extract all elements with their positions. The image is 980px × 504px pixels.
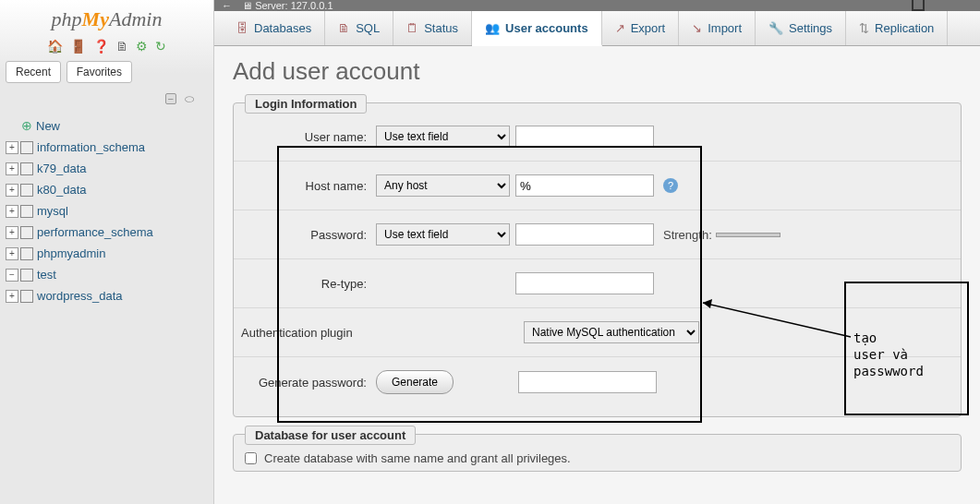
- server-icon: 🖥: [242, 0, 252, 11]
- db-icon: [20, 247, 33, 260]
- tree-item[interactable]: +wordpress_data: [2, 285, 212, 306]
- strength-bar: [716, 233, 780, 237]
- auth-label: Authentication plugin: [237, 326, 524, 340]
- retype-label: Re-type:: [237, 277, 376, 291]
- strength-label: Strength:: [663, 228, 712, 242]
- db-icon: [20, 269, 33, 282]
- create-db-checkbox[interactable]: [245, 452, 257, 464]
- db-icon: [20, 205, 33, 218]
- tree-item[interactable]: +performance_schema: [2, 222, 212, 243]
- database-icon: 🗄: [236, 21, 248, 35]
- db-tree: ⊕ New +information_schema +k79_data +k80…: [0, 111, 213, 310]
- tab-replication[interactable]: ⇅Replication: [846, 11, 948, 45]
- tab-sql[interactable]: 🗎SQL: [325, 11, 393, 45]
- username-label: User name:: [237, 130, 376, 144]
- replication-icon: ⇅: [859, 21, 869, 35]
- home-icon[interactable]: 🏠: [47, 39, 63, 54]
- row-hostname: Host name: Any host ?: [234, 162, 961, 210]
- page-title: Add user account: [233, 57, 962, 86]
- tree-new[interactable]: ⊕ New: [2, 114, 212, 137]
- sql-icon: 🗎: [338, 21, 350, 35]
- username-type-select[interactable]: Use text field: [376, 126, 510, 148]
- password-label: Password:: [237, 228, 376, 242]
- hostname-input[interactable]: [515, 174, 654, 197]
- logo[interactable]: phpMyAdmin: [0, 0, 213, 35]
- retype-input[interactable]: [515, 272, 654, 294]
- tree-item[interactable]: +information_schema: [2, 137, 212, 158]
- sidebar-toolbar: 🏠 🚪 ❓ 🗎 ⚙ ↻: [0, 35, 213, 57]
- password-input[interactable]: [515, 223, 654, 246]
- row-password: Password: Use text field Strength:: [234, 210, 961, 259]
- generate-button[interactable]: Generate: [376, 370, 454, 394]
- sidebar: phpMyAdmin 🏠 🚪 ❓ 🗎 ⚙ ↻ Recent Favorites …: [0, 0, 214, 504]
- db-icon: [20, 184, 33, 197]
- tab-databases[interactable]: 🗄Databases: [224, 11, 325, 45]
- link-icon[interactable]: ⬭: [185, 92, 194, 105]
- docs-icon[interactable]: ❓: [93, 39, 109, 54]
- create-db-row: Create database with same name and grant…: [245, 451, 950, 465]
- password-type-select[interactable]: Use text field: [376, 223, 510, 246]
- tree-item[interactable]: +phpmyadmin: [2, 243, 212, 264]
- window-icon[interactable]: [912, 0, 925, 11]
- tree-item[interactable]: +k80_data: [2, 179, 212, 200]
- expand-icon[interactable]: +: [6, 226, 18, 239]
- settings-icon[interactable]: ⚙: [136, 39, 148, 54]
- new-icon: ⊕: [21, 118, 32, 133]
- status-icon: 🗒: [406, 21, 418, 35]
- tab-settings[interactable]: 🔧Settings: [756, 11, 846, 45]
- db-user-fieldset: Database for user account Create databas…: [233, 434, 962, 472]
- tree-new-label: New: [36, 119, 60, 133]
- tab-user-accounts[interactable]: 👥User accounts: [472, 11, 602, 46]
- topbar: ← 🖥 Server: 127.0.0.1: [214, 0, 980, 11]
- auth-plugin-select[interactable]: Native MySQL authentication: [524, 321, 699, 343]
- expand-icon[interactable]: +: [6, 247, 18, 260]
- collapse-all-icon[interactable]: −: [165, 93, 176, 104]
- expand-icon[interactable]: +: [6, 162, 18, 175]
- reload-icon[interactable]: ↻: [155, 39, 166, 54]
- db-icon: [20, 290, 33, 303]
- generate-label: Generate password:: [237, 376, 376, 390]
- hostname-label: Host name:: [237, 179, 376, 193]
- users-icon: 👥: [485, 21, 500, 35]
- annotation-note: tạo user và passwword: [844, 282, 969, 415]
- expand-icon[interactable]: +: [6, 205, 18, 218]
- generated-password-input[interactable]: [518, 371, 657, 393]
- server-label: Server: 127.0.0.1: [255, 0, 333, 11]
- login-info-legend: Login Information: [245, 94, 367, 114]
- gear-icon: 🔧: [768, 21, 783, 35]
- annotation-text: tạo user và passwword: [853, 330, 924, 378]
- import-icon: ↘: [692, 21, 702, 35]
- logout-icon[interactable]: 🚪: [70, 39, 86, 54]
- create-db-label: Create database with same name and grant…: [264, 451, 571, 465]
- tab-status[interactable]: 🗒Status: [393, 11, 472, 45]
- username-input[interactable]: [515, 126, 654, 148]
- db-icon: [20, 162, 33, 175]
- sql-icon[interactable]: 🗎: [115, 39, 128, 54]
- db-icon: [20, 226, 33, 239]
- row-username: User name: Use text field: [234, 113, 961, 162]
- db-icon: [20, 141, 33, 154]
- expand-icon[interactable]: −: [6, 269, 18, 282]
- tab-favorites[interactable]: Favorites: [67, 61, 132, 83]
- expand-icon[interactable]: +: [6, 290, 18, 303]
- tree-item[interactable]: +mysql: [2, 200, 212, 222]
- nav-tabs: 🗄Databases 🗎SQL 🗒Status 👥User accounts ↗…: [214, 11, 980, 46]
- main-content: Add user account Login Information User …: [214, 46, 980, 504]
- tree-item[interactable]: +k79_data: [2, 158, 212, 179]
- export-icon: ↗: [615, 21, 625, 35]
- expand-icon[interactable]: +: [6, 141, 18, 154]
- tab-recent[interactable]: Recent: [6, 61, 61, 83]
- expand-icon[interactable]: +: [6, 184, 18, 197]
- hostname-type-select[interactable]: Any host: [376, 174, 510, 197]
- tab-export[interactable]: ↗Export: [602, 11, 680, 45]
- db-user-legend: Database for user account: [245, 426, 416, 445]
- help-icon[interactable]: ?: [663, 178, 678, 193]
- tree-item[interactable]: −test: [2, 264, 212, 285]
- tab-import[interactable]: ↘Import: [679, 11, 756, 45]
- back-icon[interactable]: ←: [222, 0, 232, 11]
